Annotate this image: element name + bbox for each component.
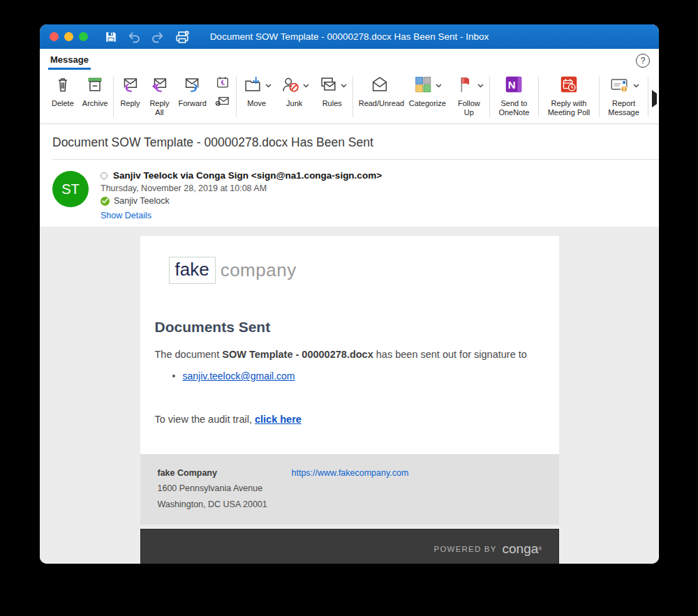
close-button[interactable] <box>50 32 59 41</box>
recipient-line: Sanjiv Teelock <box>101 196 382 206</box>
rules-button[interactable]: Rules <box>318 74 347 108</box>
bullet-icon <box>172 375 175 377</box>
overflow-arrow-icon <box>652 90 657 107</box>
attachment-mail-icon <box>215 95 230 110</box>
sender-block: ST Sanjiv Teelock via Conga Sign <sign@n… <box>40 160 659 227</box>
chevron-down-icon <box>265 81 272 90</box>
message-subject: Document SOW Template - 00000278.docx Ha… <box>52 135 373 149</box>
group-onenote: N Send to OneNote <box>491 72 537 123</box>
undo-icon[interactable] <box>127 31 141 43</box>
rules-icon <box>318 74 339 97</box>
outlook-message-window: Document SOW Template - 00000278.docx Ha… <box>40 24 659 564</box>
move-button[interactable]: Move <box>242 74 272 108</box>
recipient-email-link[interactable]: sanjiv.teelock@gmail.com <box>183 370 295 382</box>
reply-all-button[interactable]: Reply All <box>149 74 170 117</box>
junk-icon <box>280 74 301 97</box>
chevron-down-icon <box>477 81 484 90</box>
report-message-icon <box>609 74 631 97</box>
meeting-reply-icon <box>216 75 230 91</box>
forward-icon <box>182 74 203 97</box>
company-logo: fake company <box>169 257 544 284</box>
subject-row: Document SOW Template - 00000278.docx Ha… <box>40 124 659 159</box>
categorize-button[interactable]: Categorize <box>409 74 446 108</box>
date-line: Thursday, November 28, 2019 at 10:08 AM <box>101 183 382 193</box>
forward-button[interactable]: Forward <box>178 74 206 108</box>
recipient-list-item: sanjiv.teelock@gmail.com <box>172 370 544 382</box>
group-respond: Reply Reply All Forward <box>114 72 235 123</box>
toolbar-divider <box>538 77 539 117</box>
chevron-down-icon <box>303 81 309 90</box>
ribbon-tab-row: Message ? <box>40 49 659 70</box>
print-icon[interactable] <box>174 30 190 44</box>
help-button[interactable]: ? <box>636 54 650 68</box>
meeting-reply-button[interactable] <box>215 75 230 91</box>
read-unread-button[interactable]: Read/Unread <box>359 74 401 108</box>
reply-with-meeting-poll-button[interactable]: Reply with Meeting Poll <box>544 74 593 117</box>
email-footer: fake Company 1600 Pennsylvania Avenue Wa… <box>140 454 559 525</box>
group-meeting-poll: Reply with Meeting Poll <box>540 72 598 123</box>
categorize-icon <box>413 74 433 97</box>
ribbon-toolbar: Delete Archive Reply Reply All <box>40 70 659 124</box>
title-bar: Document SOW Template - 00000278.docx Ha… <box>40 24 659 49</box>
reply-button[interactable]: Reply <box>119 74 140 108</box>
logo-boxed-text: fake <box>169 257 216 284</box>
powered-by-bar: POWERED BY conga ® <box>140 529 559 564</box>
group-delete-archive: Delete Archive <box>47 72 112 123</box>
follow-up-flag-icon <box>454 74 475 97</box>
meeting-poll-icon <box>558 74 579 97</box>
audit-trail-line: To view the audit trail, click here <box>155 414 544 425</box>
logo-rest-text: company <box>221 260 297 281</box>
document-name: SOW Template - 00000278.docx <box>222 349 373 360</box>
onenote-icon: N <box>503 74 524 97</box>
toolbar-divider <box>113 77 114 117</box>
footer-company-name: fake Company <box>158 465 274 481</box>
junk-button[interactable]: Junk <box>280 74 309 108</box>
archive-icon <box>84 74 105 97</box>
sender-avatar[interactable]: ST <box>52 171 89 207</box>
footer-address-line2: Washington, DC USA 20001 <box>158 497 274 513</box>
traffic-lights <box>50 32 88 41</box>
reply-all-icon <box>149 74 170 97</box>
report-message-button[interactable]: Report Message <box>605 74 642 117</box>
show-details-link[interactable]: Show Details <box>101 211 151 220</box>
email-heading: Documents Sent <box>155 319 544 336</box>
follow-up-button[interactable]: Follow Up <box>454 74 484 117</box>
minimize-button[interactable] <box>64 32 73 41</box>
trademark-mark: ® <box>538 546 542 551</box>
unread-status-icon <box>101 172 107 179</box>
group-tags: Read/Unread Categorize Follow Up <box>354 72 489 123</box>
conga-logo: conga <box>503 541 539 557</box>
reply-icon <box>119 74 140 97</box>
click-here-link[interactable]: click here <box>255 414 302 425</box>
trash-icon <box>52 74 73 97</box>
delete-button[interactable]: Delete <box>52 74 74 108</box>
footer-address-line1: 1600 Pennsylvania Avenue <box>158 481 274 497</box>
check-icon <box>101 197 110 206</box>
zoom-button[interactable] <box>79 32 88 41</box>
chevron-down-icon <box>633 81 639 90</box>
group-move-junk-rules: Move Junk Rules <box>237 72 352 123</box>
redo-icon[interactable] <box>151 31 165 43</box>
attachment-mail-button[interactable] <box>215 95 230 110</box>
archive-button[interactable]: Archive <box>82 74 108 108</box>
sender-name: Sanjiv Teelock via Conga Sign <sign@na1.… <box>113 170 382 181</box>
toolbar-divider <box>648 77 648 117</box>
save-icon[interactable] <box>105 31 117 43</box>
email-card: fake company Documents Sent The document… <box>140 236 559 564</box>
read-unread-icon <box>369 74 390 97</box>
chevron-down-icon <box>341 81 347 90</box>
email-paragraph: The document SOW Template - 00000278.doc… <box>155 349 544 360</box>
toolbar-divider <box>489 77 490 117</box>
send-to-onenote-button[interactable]: N Send to OneNote <box>496 74 533 117</box>
email-content: fake company Documents Sent The document… <box>140 236 559 454</box>
from-line: Sanjiv Teelock via Conga Sign <sign@na1.… <box>101 170 382 181</box>
toolbar-divider <box>599 77 600 117</box>
footer-website-link[interactable]: https://www.fakecompany.com <box>292 468 409 478</box>
svg-text:N: N <box>508 79 516 91</box>
toolbar-overflow-button[interactable] <box>652 93 657 104</box>
email-body-area: fake company Documents Sent The document… <box>40 227 659 564</box>
toolbar-divider <box>352 77 353 117</box>
chevron-down-icon <box>436 81 442 90</box>
tab-message[interactable]: Message <box>48 52 91 70</box>
toolbar-divider <box>236 77 237 117</box>
